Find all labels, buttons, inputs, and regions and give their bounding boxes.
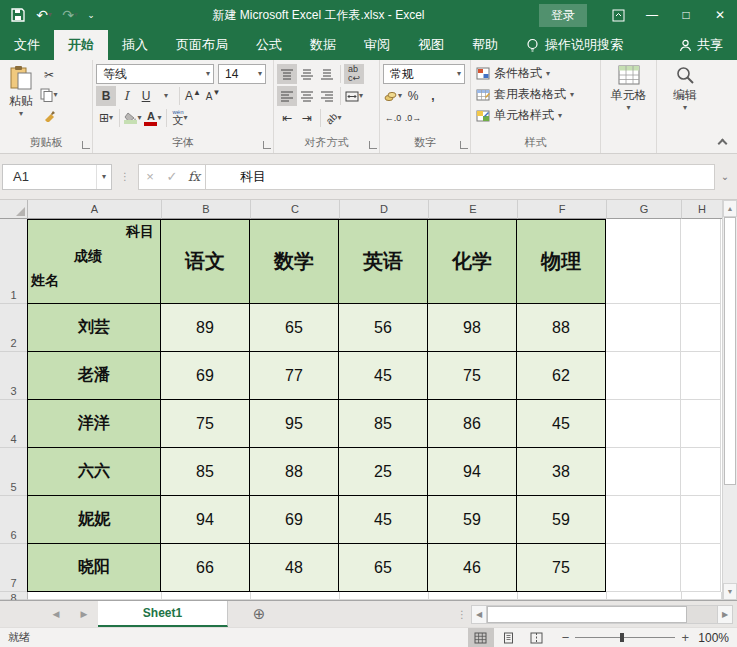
tab-formulas[interactable]: 公式: [242, 30, 296, 60]
student-name-cell[interactable]: 六六: [27, 448, 161, 496]
row-header-5[interactable]: 5: [0, 448, 28, 496]
select-all-button[interactable]: [0, 200, 28, 219]
score-cell[interactable]: 94: [161, 496, 250, 544]
score-cell[interactable]: 89: [161, 304, 250, 352]
previous-sheet-button[interactable]: ◀: [42, 601, 70, 627]
student-name-cell[interactable]: 老潘: [27, 352, 161, 400]
empty-cell[interactable]: [28, 592, 162, 600]
score-cell[interactable]: 85: [161, 448, 250, 496]
zoom-slider[interactable]: [575, 637, 675, 638]
undo-button[interactable]: ↶▾: [32, 3, 56, 27]
orientation-button[interactable]: ab▾: [324, 108, 344, 128]
row-header-4[interactable]: 4: [0, 400, 28, 448]
score-cell[interactable]: 46: [428, 544, 517, 592]
vertical-scrollbar[interactable]: ▲ ▼: [722, 200, 737, 600]
row-header-3[interactable]: 3: [0, 352, 28, 400]
empty-cell[interactable]: [606, 219, 681, 304]
subject-header[interactable]: 化学: [428, 219, 517, 304]
empty-cell[interactable]: [251, 592, 340, 600]
score-cell[interactable]: 59: [517, 496, 606, 544]
empty-cell[interactable]: [681, 219, 721, 304]
score-cell[interactable]: 56: [339, 304, 428, 352]
subject-header[interactable]: 物理: [517, 219, 606, 304]
score-cell[interactable]: 38: [517, 448, 606, 496]
cut-button[interactable]: ✂: [39, 65, 59, 85]
score-cell[interactable]: 75: [517, 544, 606, 592]
column-header-g[interactable]: G: [607, 200, 682, 219]
bottom-align-button[interactable]: [317, 64, 337, 84]
tell-me-search[interactable]: 操作说明搜索: [516, 30, 633, 60]
empty-cell[interactable]: [606, 496, 681, 544]
empty-cell[interactable]: [162, 592, 251, 600]
collapse-ribbon-button[interactable]: [719, 137, 729, 147]
format-painter-button[interactable]: [39, 105, 59, 125]
zoom-in-button[interactable]: +: [681, 630, 689, 645]
student-name-cell[interactable]: 洋洋: [27, 400, 161, 448]
subject-header[interactable]: 数学: [250, 219, 339, 304]
score-cell[interactable]: 65: [250, 304, 339, 352]
number-dialog-launcher[interactable]: [460, 141, 468, 149]
tab-page-layout[interactable]: 页面布局: [162, 30, 242, 60]
empty-cell[interactable]: [681, 496, 721, 544]
align-right-button[interactable]: [317, 86, 337, 106]
tab-home[interactable]: 开始: [54, 30, 108, 60]
score-cell[interactable]: 98: [428, 304, 517, 352]
tab-view[interactable]: 视图: [404, 30, 458, 60]
scroll-down-button[interactable]: ▼: [723, 583, 737, 600]
comma-style-button[interactable]: ,: [423, 86, 443, 106]
column-header-b[interactable]: B: [162, 200, 251, 219]
horizontal-scrollbar-thumb[interactable]: [487, 606, 687, 623]
customize-qat-button[interactable]: ⌄: [84, 3, 98, 27]
scroll-up-button[interactable]: ▲: [723, 200, 737, 217]
tab-data[interactable]: 数据: [296, 30, 350, 60]
format-as-table-button[interactable]: 套用表格格式▾: [476, 84, 597, 105]
score-cell[interactable]: 88: [250, 448, 339, 496]
increase-indent-button[interactable]: ⇥: [297, 108, 317, 128]
conditional-formatting-button[interactable]: 条件格式▾: [476, 63, 597, 84]
score-cell[interactable]: 88: [517, 304, 606, 352]
next-sheet-button[interactable]: ▶: [70, 601, 98, 627]
tab-help[interactable]: 帮助: [458, 30, 512, 60]
empty-cell[interactable]: [681, 400, 721, 448]
zoom-level[interactable]: 100%: [691, 631, 729, 645]
empty-cell[interactable]: [681, 352, 721, 400]
row-header-2[interactable]: 2: [0, 304, 28, 352]
score-cell[interactable]: 94: [428, 448, 517, 496]
row-header-7[interactable]: 7: [0, 544, 28, 592]
redo-button[interactable]: ↷▾: [58, 3, 82, 27]
score-cell[interactable]: 48: [250, 544, 339, 592]
empty-cell[interactable]: [681, 448, 721, 496]
underline-button[interactable]: U: [136, 86, 156, 106]
row-header-6[interactable]: 6: [0, 496, 28, 544]
zoom-slider-handle[interactable]: [620, 633, 624, 642]
underline-dropdown[interactable]: ▾: [156, 86, 176, 106]
fill-color-button[interactable]: ▾: [123, 108, 143, 128]
student-name-cell[interactable]: 刘芸: [27, 304, 161, 352]
middle-align-button[interactable]: [297, 64, 317, 84]
sheet-tab-sheet1[interactable]: Sheet1: [98, 601, 228, 627]
tab-insert[interactable]: 插入: [108, 30, 162, 60]
score-cell[interactable]: 86: [428, 400, 517, 448]
phonetic-button[interactable]: wén文▾: [170, 108, 190, 128]
subject-header[interactable]: 语文: [161, 219, 250, 304]
empty-cell[interactable]: [606, 544, 681, 592]
minimize-button[interactable]: —: [635, 0, 669, 30]
empty-cell[interactable]: [340, 592, 429, 600]
empty-cell[interactable]: [681, 304, 721, 352]
empty-cell[interactable]: [518, 592, 607, 600]
vertical-scrollbar-track[interactable]: [723, 485, 737, 583]
editing-button[interactable]: 编辑 ▾: [667, 63, 703, 149]
tab-review[interactable]: 审阅: [350, 30, 404, 60]
formula-input[interactable]: 科目: [206, 164, 715, 190]
vertical-scrollbar-thumb[interactable]: [724, 217, 736, 485]
cells-button[interactable]: 单元格 ▾: [605, 63, 653, 149]
italic-button[interactable]: I: [116, 86, 136, 106]
student-name-cell[interactable]: 晓阳: [27, 544, 161, 592]
empty-cell[interactable]: [606, 352, 681, 400]
sign-in-button[interactable]: 登录: [539, 4, 587, 27]
maximize-button[interactable]: □: [669, 0, 703, 30]
column-header-c[interactable]: C: [251, 200, 340, 219]
horizontal-scrollbar[interactable]: ◀ ▶: [471, 604, 733, 624]
empty-cell[interactable]: [606, 448, 681, 496]
page-layout-view-button[interactable]: [496, 628, 522, 647]
